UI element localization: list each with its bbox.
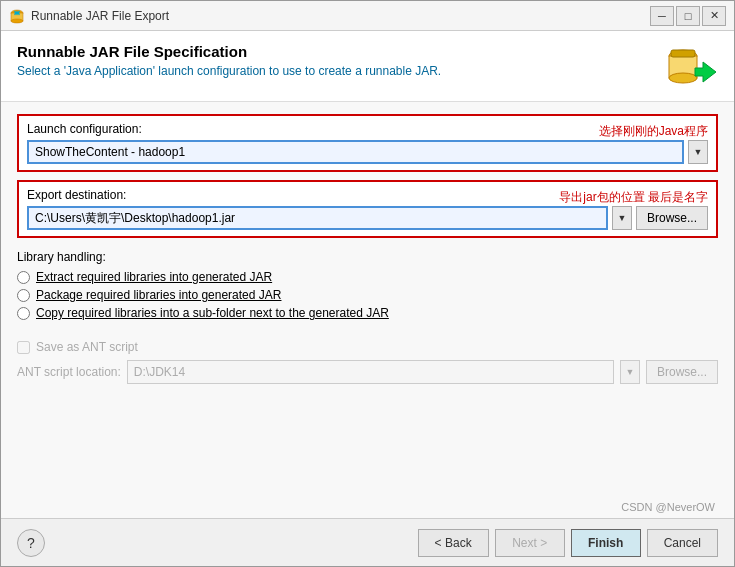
export-destination-annotation: 导出jar包的位置 最后是名字 [559,189,708,206]
footer-buttons: < Back Next > Finish Cancel [418,529,718,557]
dialog-window: Runnable JAR File Export ─ □ ✕ Runnable … [0,0,735,567]
svg-point-2 [11,19,23,23]
window-controls: ─ □ ✕ [650,6,726,26]
ant-browse-button: Browse... [646,360,718,384]
ant-location-label: ANT script location: [17,365,121,379]
export-destination-row: ▼ Browse... [27,206,708,230]
watermark: CSDN @NeverOW [617,499,719,515]
library-handling-section: Library handling: Extract required libra… [17,250,718,324]
close-button[interactable]: ✕ [702,6,726,26]
footer-left: ? [17,529,418,557]
export-destination-dropdown[interactable]: ▼ [612,206,632,230]
radio-option-extract: Extract required libraries into generate… [17,270,718,284]
page-title: Runnable JAR File Specification [17,43,441,60]
footer: ? < Back Next > Finish Cancel [1,518,734,566]
ant-checkbox[interactable] [17,341,30,354]
radio-option-package: Package required libraries into generate… [17,288,718,302]
radio-package[interactable] [17,289,30,302]
radio-extract[interactable] [17,271,30,284]
radio-package-label[interactable]: Package required libraries into generate… [36,288,281,302]
export-destination-label: Export destination: [27,188,126,202]
radio-copy[interactable] [17,307,30,320]
maximize-button[interactable]: □ [676,6,700,26]
export-destination-group: Export destination: 导出jar包的位置 最后是名字 ▼ Br… [17,180,718,238]
page-subtitle: Select a 'Java Application' launch confi… [17,64,441,78]
svg-rect-7 [671,50,695,57]
launch-config-label: Launch configuration: [27,122,142,136]
radio-option-copy: Copy required libraries into a sub-folde… [17,306,718,320]
header-section: Runnable JAR File Specification Select a… [1,31,734,102]
next-button[interactable]: Next > [495,529,565,557]
svg-marker-8 [695,62,716,82]
minimize-button[interactable]: ─ [650,6,674,26]
launch-config-group: Launch configuration: 选择刚刚的Java程序 ▼ [17,114,718,172]
radio-copy-label[interactable]: Copy required libraries into a sub-folde… [36,306,389,320]
title-bar: Runnable JAR File Export ─ □ ✕ [1,1,734,31]
help-button[interactable]: ? [17,529,45,557]
launch-config-input[interactable] [27,140,684,164]
ant-checkbox-row: Save as ANT script [17,340,718,354]
library-handling-label: Library handling: [17,250,718,264]
svg-point-6 [669,73,697,83]
launch-config-dropdown[interactable]: ▼ [688,140,708,164]
launch-config-row: ▼ [27,140,708,164]
ant-location-row: ANT script location: ▼ Browse... [17,360,718,384]
back-button[interactable]: < Back [418,529,489,557]
export-browse-button[interactable]: Browse... [636,206,708,230]
ant-location-dropdown: ▼ [620,360,640,384]
export-destination-input[interactable] [27,206,608,230]
launch-config-annotation: 选择刚刚的Java程序 [599,123,708,140]
ant-checkbox-label: Save as ANT script [36,340,138,354]
main-content: Launch configuration: 选择刚刚的Java程序 ▼ Expo… [1,102,734,518]
radio-extract-label[interactable]: Extract required libraries into generate… [36,270,272,284]
ant-script-section: Save as ANT script ANT script location: … [17,340,718,384]
finish-button[interactable]: Finish [571,529,641,557]
header-icon-area [658,43,718,93]
ant-location-input [127,360,614,384]
window-icon [9,8,25,24]
jar-export-icon [661,44,716,92]
cancel-button[interactable]: Cancel [647,529,718,557]
window-title: Runnable JAR File Export [31,9,644,23]
header-text-block: Runnable JAR File Specification Select a… [17,43,441,78]
